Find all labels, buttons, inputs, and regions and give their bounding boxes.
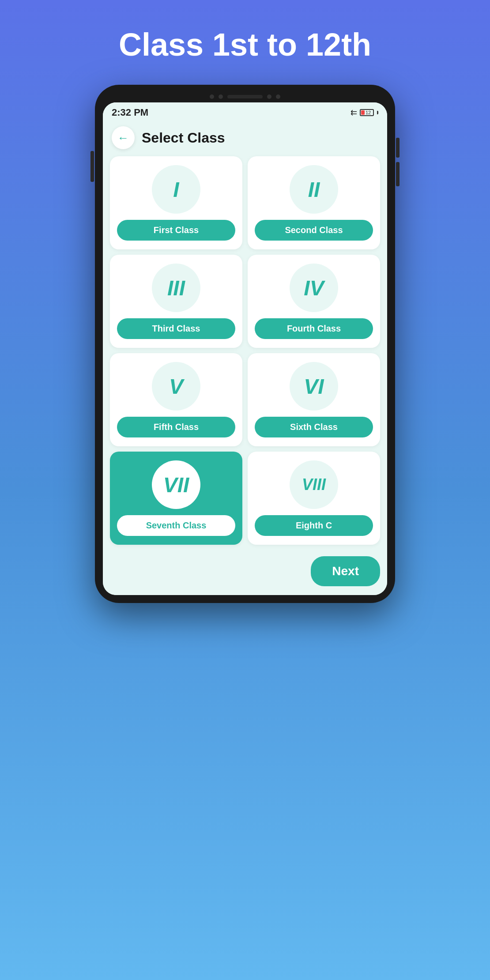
classes-grid: I First Class II Second Class III T — [103, 156, 387, 552]
roman-circle-5: V — [152, 362, 200, 411]
class-card-7[interactable]: VII Seventh Class — [110, 452, 242, 545]
roman-circle-3: III — [152, 264, 200, 312]
phone-speaker — [227, 95, 263, 98]
back-button[interactable]: ← — [112, 126, 135, 149]
class-label-btn-1[interactable]: First Class — [117, 220, 235, 241]
battery-fill — [361, 110, 365, 115]
roman-circle-4: IV — [290, 264, 338, 312]
roman-circle-2: II — [290, 165, 338, 214]
camera-dot — [219, 94, 223, 99]
roman-numeral-5: V — [169, 374, 183, 399]
class-label-btn-4[interactable]: Fourth Class — [255, 318, 373, 339]
page-title: Class 1st to 12th — [119, 26, 371, 63]
class-card-8[interactable]: VIII Eighth C — [248, 452, 380, 545]
class-label-btn-2[interactable]: Second Class — [255, 220, 373, 241]
phone-shell: 2:32 PM ⇇ 12 ← Select Class — [95, 85, 395, 603]
roman-numeral-6: VI — [304, 374, 324, 399]
roman-circle-8: VIII — [290, 460, 338, 509]
volume-down-button[interactable] — [396, 162, 400, 186]
phone-camera-row — [103, 93, 387, 102]
mic-dot — [267, 94, 271, 99]
signal-icon: ⇇ — [351, 108, 357, 117]
sensor2-dot — [276, 94, 280, 99]
bottom-bar: Next — [103, 552, 387, 595]
battery-label: 12 — [366, 110, 371, 115]
roman-numeral-7: VII — [163, 473, 189, 497]
roman-circle-7: VII — [152, 460, 200, 509]
next-button[interactable]: Next — [311, 556, 380, 586]
back-arrow-icon: ← — [117, 131, 129, 145]
roman-numeral-1: I — [173, 177, 179, 202]
class-label-btn-5[interactable]: Fifth Class — [117, 417, 235, 437]
roman-numeral-3: III — [167, 276, 185, 300]
roman-circle-1: I — [152, 165, 200, 214]
class-card-6[interactable]: VI Sixth Class — [248, 353, 380, 446]
sensor-dot — [210, 94, 214, 99]
roman-numeral-2: II — [308, 177, 320, 202]
status-time: 2:32 PM — [112, 107, 148, 118]
class-card-3[interactable]: III Third Class — [110, 255, 242, 348]
power-button[interactable] — [90, 151, 94, 182]
app-header: ← Select Class — [103, 121, 387, 156]
class-card-5[interactable]: V Fifth Class — [110, 353, 242, 446]
status-bar: 2:32 PM ⇇ 12 — [103, 102, 387, 121]
battery-icon: 12 — [360, 109, 374, 116]
volume-up-button[interactable] — [396, 138, 400, 158]
battery-tip — [377, 111, 378, 114]
class-card-4[interactable]: IV Fourth Class — [248, 255, 380, 348]
phone-screen: 2:32 PM ⇇ 12 ← Select Class — [103, 102, 387, 595]
class-label-btn-6[interactable]: Sixth Class — [255, 417, 373, 437]
class-card-1[interactable]: I First Class — [110, 156, 242, 249]
class-label-btn-8[interactable]: Eighth C — [255, 515, 373, 536]
class-label-btn-3[interactable]: Third Class — [117, 318, 235, 339]
roman-numeral-4: IV — [304, 276, 324, 300]
roman-numeral-8: VIII — [302, 475, 326, 494]
class-label-btn-7[interactable]: Seventh Class — [117, 515, 235, 536]
roman-circle-6: VI — [290, 362, 338, 411]
status-icons: ⇇ 12 — [351, 108, 378, 117]
class-card-2[interactable]: II Second Class — [248, 156, 380, 249]
header-title: Select Class — [142, 130, 225, 146]
